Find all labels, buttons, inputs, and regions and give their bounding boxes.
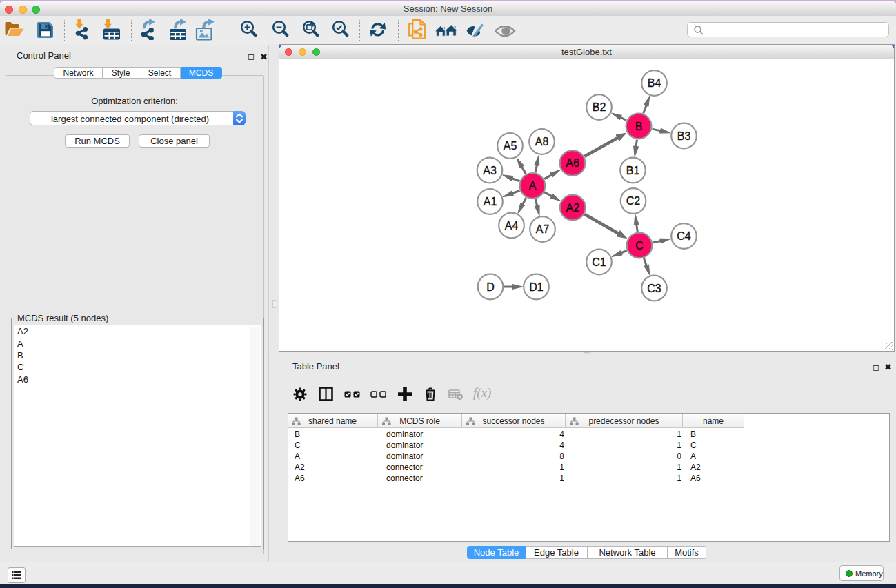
svg-text:A6: A6 bbox=[566, 157, 579, 169]
svg-text:B2: B2 bbox=[593, 101, 606, 113]
svg-text:C1: C1 bbox=[592, 256, 606, 268]
svg-text:C4: C4 bbox=[677, 230, 691, 242]
svg-text:B4: B4 bbox=[648, 77, 661, 89]
svg-text:C: C bbox=[635, 240, 644, 252]
svg-text:C2: C2 bbox=[626, 195, 641, 207]
svg-text:A1: A1 bbox=[484, 196, 497, 207]
svg-text:B3: B3 bbox=[677, 130, 691, 142]
svg-text:D1: D1 bbox=[529, 281, 544, 293]
svg-text:A: A bbox=[529, 180, 537, 192]
svg-text:A4: A4 bbox=[505, 220, 519, 232]
svg-text:A5: A5 bbox=[504, 140, 517, 152]
svg-text:A2: A2 bbox=[566, 202, 580, 214]
svg-text:A3: A3 bbox=[483, 165, 497, 176]
svg-text:B: B bbox=[635, 121, 643, 132]
svg-text:D: D bbox=[486, 281, 495, 293]
svg-text:B1: B1 bbox=[626, 165, 640, 176]
svg-text:A8: A8 bbox=[535, 136, 549, 148]
svg-text:C3: C3 bbox=[647, 283, 661, 294]
svg-text:A7: A7 bbox=[536, 223, 550, 235]
